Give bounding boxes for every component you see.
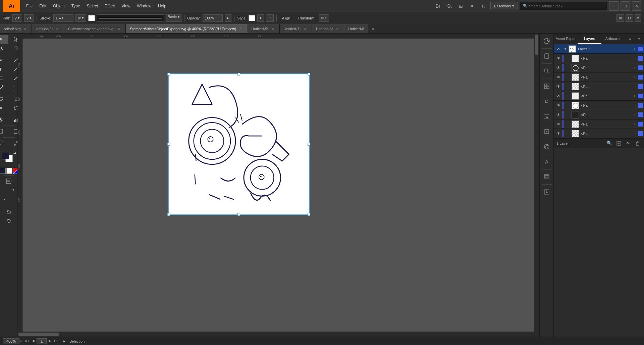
tab-close-icon[interactable]: ✕ — [303, 27, 308, 31]
opacity-arrow[interactable]: ▸ — [225, 14, 231, 22]
tab-untitled7[interactable]: Untitled-7* ✕ — [280, 24, 312, 34]
search-box[interactable]: 🔍 — [520, 2, 607, 10]
pen-tool[interactable] — [0, 56, 8, 64]
tab-untitled5[interactable]: Untitled-5* ✕ — [247, 24, 279, 34]
page-input[interactable] — [37, 338, 47, 344]
zoom-arrow-down[interactable]: ▾ — [20, 339, 22, 343]
tab-close-icon[interactable]: ✕ — [55, 27, 60, 31]
sublayer-row-3[interactable]: 👁 <Pa... ○ — [554, 82, 644, 91]
canvas-scroll-vertical[interactable] — [534, 34, 539, 332]
sublayer-row-8[interactable]: 👁 <Pa... ○ — [554, 129, 644, 138]
menu-object[interactable]: Object — [50, 0, 68, 12]
transform-extra-btn[interactable]: ⧉ ▾ — [319, 14, 329, 22]
layers-release-button[interactable] — [625, 140, 632, 147]
shape-builder-tool[interactable] — [0, 115, 8, 124]
symbol-button[interactable] — [541, 156, 553, 168]
tab-asset-export[interactable]: Asset Expor — [554, 34, 578, 44]
selection-handle-mid-right[interactable] — [308, 143, 310, 146]
pen-button[interactable]: ✒ — [468, 1, 477, 11]
layers-add-layer-button[interactable] — [615, 140, 623, 147]
style-option-btn[interactable]: ⊙ — [266, 14, 274, 22]
zoom-hand-tool[interactable] — [1, 207, 16, 216]
layer-main-row[interactable]: 👁 ▾ Layer 1 ○ — [554, 44, 644, 54]
sublayer-row-5[interactable]: 👁 <Pa... ○ — [554, 101, 644, 110]
sublayer-name[interactable]: <Pa... — [580, 122, 631, 126]
sublayer-name[interactable]: <Pa... — [580, 85, 631, 89]
sublayer-row-6[interactable]: 👁 <Pa... ○ — [554, 110, 644, 119]
visibility-icon[interactable]: 👁 — [555, 130, 562, 137]
visibility-icon[interactable]: 👁 — [555, 83, 562, 90]
lock-icon[interactable]: ○ — [632, 84, 637, 89]
selection-handle-bottom-right[interactable] — [308, 213, 310, 216]
tab-close-icon[interactable]: ✕ — [271, 27, 275, 31]
selection-handle-top-right[interactable] — [308, 73, 310, 76]
warp-tool[interactable] — [0, 104, 8, 112]
layer-lock-icon[interactable]: ○ — [632, 46, 637, 52]
layout-button[interactable]: ⊞ — [456, 1, 466, 11]
sublayer-name[interactable]: <Pa... — [580, 132, 631, 136]
menu-help[interactable]: Help — [155, 0, 170, 12]
pages-button[interactable] — [541, 50, 553, 62]
lock-icon[interactable]: ○ — [632, 131, 637, 136]
tab-artboards[interactable]: Artboards — [601, 34, 625, 44]
pencil-tool[interactable] — [0, 83, 8, 92]
canvas-area[interactable]: 400 450 500 550 600 650 700 750 200 300 … — [17, 34, 539, 337]
lock-icon[interactable]: ○ — [632, 93, 637, 99]
touch-type-button[interactable] — [541, 95, 553, 107]
menu-edit[interactable]: Edit — [36, 0, 50, 12]
transform-panel-button[interactable] — [541, 126, 553, 138]
stroke-style-select[interactable]: Basic ▾ — [166, 14, 181, 22]
layers-panel-menu[interactable]: ≡ — [635, 34, 644, 44]
menu-select[interactable]: Select — [84, 0, 101, 12]
lock-icon[interactable]: ○ — [632, 103, 637, 108]
box-tool-2[interactable]: ? — [0, 196, 11, 204]
tab-sdfsdf[interactable]: sdfsdf.svg ✕ — [0, 24, 32, 34]
layer-visibility-icon[interactable]: 👁 — [555, 46, 562, 52]
sync-button[interactable]: ↑↓ — [479, 1, 488, 11]
lock-icon[interactable]: ○ — [632, 75, 637, 80]
play-button[interactable]: ▶ — [61, 339, 67, 344]
tab-untitled8[interactable]: Untitled-8 — [344, 24, 368, 34]
menu-type[interactable]: Type — [68, 0, 84, 12]
essentials-button[interactable]: Essentials ▾ — [490, 2, 518, 10]
grid-view-button[interactable]: ⊞ — [616, 14, 624, 22]
layer-name[interactable]: Layer 1 — [577, 47, 631, 51]
selection-handle-top-mid[interactable] — [237, 73, 240, 76]
visibility-icon[interactable]: 👁 — [555, 111, 562, 118]
tab-close-icon[interactable]: ✕ — [23, 27, 28, 31]
sublayer-name[interactable]: <Pa... — [580, 103, 631, 107]
layers-sidebar-button[interactable] — [541, 171, 553, 183]
fx-button[interactable] — [541, 141, 553, 153]
lock-icon[interactable]: ○ — [632, 65, 637, 70]
sublayer-name[interactable]: <Pa... — [580, 75, 631, 79]
tab-untitled9[interactable]: Untitled-9* ✕ — [32, 24, 64, 34]
transform-button[interactable]: Transform — [295, 14, 317, 22]
bridge-button[interactable]: Br — [433, 1, 443, 11]
swap-colors-icon[interactable]: ⇌ — [13, 151, 16, 155]
scroll-thumb-horizontal[interactable] — [18, 333, 59, 336]
canvas-scroll-horizontal[interactable] — [17, 332, 534, 337]
minimize-button[interactable]: ─ — [609, 1, 619, 11]
sublayer-name[interactable]: <Pa... — [580, 94, 631, 98]
artboard[interactable] — [168, 74, 309, 215]
asset-button[interactable] — [541, 80, 553, 92]
visibility-icon[interactable]: 👁 — [555, 102, 562, 109]
color-stroke-indicator[interactable] — [6, 168, 12, 174]
artboard-list-tool[interactable] — [1, 177, 16, 186]
tab-layers[interactable]: Layers — [578, 34, 601, 44]
tab-overflow-button[interactable]: » — [368, 24, 378, 34]
nav-next-button[interactable]: ▶ — [47, 338, 53, 344]
color-fill-indicator[interactable] — [0, 168, 6, 174]
sublayer-row-4[interactable]: 👁 <Pa... ○ — [554, 91, 644, 101]
menu-file[interactable]: File — [23, 0, 36, 12]
visibility-icon[interactable]: 👁 — [555, 121, 562, 128]
visibility-icon[interactable]: 👁 — [555, 55, 562, 62]
tab-stamper[interactable]: StamperWithoutObjectExpand.svg @ 400% (R… — [126, 24, 247, 34]
lock-icon[interactable]: ○ — [632, 121, 637, 127]
menu-effect[interactable]: Effect — [101, 0, 118, 12]
nav-prev-button[interactable]: ◀ — [31, 338, 36, 344]
list-view-button[interactable]: ⊟ — [626, 14, 633, 22]
sublayer-row-7[interactable]: 👁 <Pa... ○ — [554, 119, 644, 129]
sublayer-row-0[interactable]: 👁 <Pa... ○ — [554, 54, 644, 63]
sublayer-row-1[interactable]: 👁 <Pa... ○ — [554, 63, 644, 72]
